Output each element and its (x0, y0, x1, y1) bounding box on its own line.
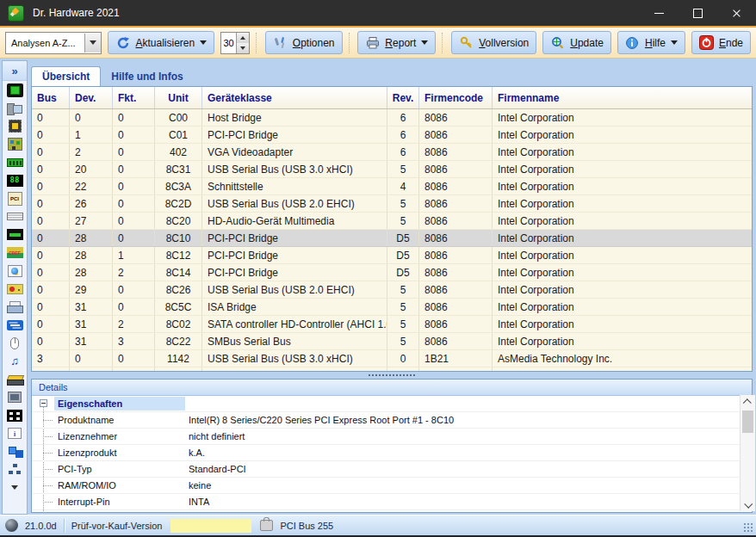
sidebar-item-cpu[interactable] (3, 117, 27, 135)
sidebar-item-memory[interactable] (3, 153, 27, 171)
table-row[interactable]: 02208C3ASchnittstelle48086Intel Corporat… (32, 178, 752, 195)
table-cell: 8C14 (155, 264, 202, 281)
sidebar-item-overview[interactable] (3, 81, 27, 99)
analysis-combobox[interactable]: Analysen A-Z... (5, 32, 102, 54)
table-row[interactable]: 02818C12PCI-PCI BridgeD58086Intel Corpor… (32, 247, 752, 264)
report-button[interactable]: Report (357, 31, 436, 54)
aktualisieren-button[interactable]: Aktualisieren (108, 31, 214, 54)
table-cell: USB Serial Bus (USB 2.0 EHCI) (202, 281, 387, 298)
scrollbar-thumb[interactable] (742, 410, 753, 433)
network-icon (8, 464, 22, 475)
table-cell: 26 (70, 195, 113, 212)
table-row[interactable]: 02608C2DUSB Serial Bus (USB 2.0 EHCI)580… (32, 195, 752, 213)
sidebar-item-hexdump[interactable]: CDEF (3, 244, 27, 262)
table-row[interactable]: 3001142USB Serial Bus (USB 3.0 xHCI)01B2… (32, 350, 752, 367)
table-cell: 8086 (419, 230, 493, 246)
sidebar-item-devices[interactable] (3, 442, 27, 460)
dr-hardware-window: { "window": { "title": "Dr. Hardware 202… (0, 0, 756, 537)
table-row[interactable]: 02828C14PCI-PCI BridgeD58086Intel Corpor… (32, 264, 752, 281)
table-row[interactable]: 02008C31USB Serial Bus (USB 3.0 xHCI)580… (32, 161, 752, 178)
details-group-row[interactable]: PCI Express-Details (32, 510, 752, 513)
scroll-up-button[interactable] (741, 395, 755, 409)
column-header-firmencode[interactable]: Firmencode (419, 87, 493, 108)
sidebar-item-bios[interactable]: 88 (3, 171, 27, 189)
table-cell: 5 (387, 333, 419, 349)
details-scrollbar[interactable] (740, 395, 755, 511)
resize-grip[interactable] (743, 522, 753, 533)
update-button[interactable]: Update (542, 31, 611, 54)
sidebar-item-usb[interactable] (3, 316, 27, 334)
sidebar-item-mainboard[interactable] (3, 135, 27, 153)
details-item-row[interactable]: Lizenznehmernicht definiert (32, 429, 752, 445)
details-group-row[interactable]: Eigenschaften (32, 396, 752, 412)
maximize-button[interactable] (679, 0, 717, 26)
tab-uebersicht[interactable]: Übersicht (31, 66, 101, 86)
sidebar-item-system[interactable] (3, 99, 27, 117)
details-item-row[interactable]: PCI-TypStandard-PCI (32, 461, 752, 478)
optionen-button[interactable]: Optionen (265, 31, 343, 54)
sidebar-item-network[interactable] (3, 460, 27, 478)
ende-button[interactable]: Ende (691, 31, 751, 54)
details-item-row[interactable]: Lizenzproduktk.A. (32, 445, 752, 461)
refresh-icon (115, 35, 130, 50)
table-row[interactable]: 02908C26USB Serial Bus (USB 2.0 EHCI)580… (32, 281, 752, 299)
scroll-down-button[interactable] (741, 497, 755, 511)
minimize-button[interactable] (640, 0, 679, 26)
column-header-dev[interactable]: Dev. (70, 87, 113, 108)
spinner-down-button[interactable] (237, 43, 249, 53)
sidebar-item-display[interactable] (3, 388, 27, 406)
table-cell: 0 (32, 127, 70, 143)
combobox-dropdown-button[interactable] (84, 34, 101, 52)
table-cell: 2 (113, 316, 155, 332)
column-header-fkt[interactable]: Fkt. (113, 87, 155, 108)
sidebar-item-pci[interactable]: PCI (3, 189, 27, 207)
close-button[interactable] (717, 0, 756, 26)
interval-spinner[interactable]: 30 (220, 32, 250, 54)
app-icon (8, 5, 24, 22)
details-item-row[interactable]: Interrupt-PinINTA (32, 494, 752, 510)
sidebar-item-scanner[interactable] (3, 370, 27, 388)
spinner-up-button[interactable] (237, 33, 249, 43)
column-header-firmenname[interactable]: Firmenname (493, 87, 752, 108)
table-cell: C01 (155, 127, 202, 143)
table-cell: 0 (113, 178, 155, 194)
sidebar-item-monitor-test[interactable] (3, 262, 27, 280)
table-row[interactable]: 010C01PCI-PCI Bridge68086Intel Corporati… (32, 127, 752, 144)
tab-hilfe-und-infos[interactable]: Hilfe und Infos (101, 66, 193, 86)
sidebar-item-mouse[interactable] (3, 334, 27, 352)
usb-icon (7, 320, 23, 330)
column-header-rev[interactable]: Rev. (387, 87, 419, 108)
table-cell: 0 (387, 350, 419, 367)
table-cell: 0 (32, 230, 70, 246)
hilfe-button[interactable]: Hilfe (617, 31, 685, 54)
sidebar-item-video[interactable] (3, 280, 27, 298)
sidebar-item-system-info[interactable]: i (3, 424, 27, 442)
table-row[interactable]: 03128C02SATA controller HD-Controller (A… (32, 316, 752, 333)
table-cell: 8086 (419, 213, 493, 229)
table-row[interactable]: 020402VGA Videoadapter68086Intel Corpora… (32, 144, 752, 161)
splitter-handle[interactable] (31, 372, 753, 379)
printer-icon (365, 35, 380, 50)
table-row[interactable]: 02708C20HD-Audio-Gerät Multimedia58086In… (32, 213, 752, 230)
table-cell: 4 (387, 178, 419, 194)
column-header-unit[interactable]: Unit (155, 87, 202, 108)
table-row[interactable]: 02808C10PCI-PCI BridgeD58086Intel Corpor… (32, 230, 752, 247)
sidebar-item-partitions[interactable] (3, 406, 27, 424)
details-item-row[interactable]: ProduktnameIntel(R) 8 Series/C220 Series… (32, 412, 752, 429)
table-row[interactable]: 03138C22SMBus Serial Bus58086Intel Corpo… (32, 333, 752, 350)
vollversion-button[interactable]: Vollversion (451, 31, 536, 54)
sidebar-item-keyboard[interactable] (3, 207, 27, 225)
sidebar-item-printer[interactable] (3, 298, 27, 316)
collapse-icon[interactable] (40, 399, 47, 407)
sidebar-item-drives[interactable] (3, 225, 27, 244)
column-header-geraeteklasse[interactable]: Geräteklasse (202, 87, 387, 108)
details-item-row[interactable]: RAM/ROM/IOkeine (32, 478, 752, 494)
sidebar-more-button[interactable] (3, 478, 27, 497)
table-row[interactable]: 000C00Host Bridge68086Intel Corporation (32, 109, 752, 127)
table-row[interactable]: 03108C5CISA Bridge58086Intel Corporation (32, 299, 752, 316)
table-cell: 29 (70, 281, 113, 298)
details-panel: Details EigenschaftenProduktnameIntel(R)… (31, 379, 753, 513)
sidebar-expand-button[interactable]: » (3, 61, 27, 81)
column-header-bus[interactable]: Bus (32, 87, 70, 108)
sidebar-item-audio[interactable]: ♫ (3, 352, 27, 370)
